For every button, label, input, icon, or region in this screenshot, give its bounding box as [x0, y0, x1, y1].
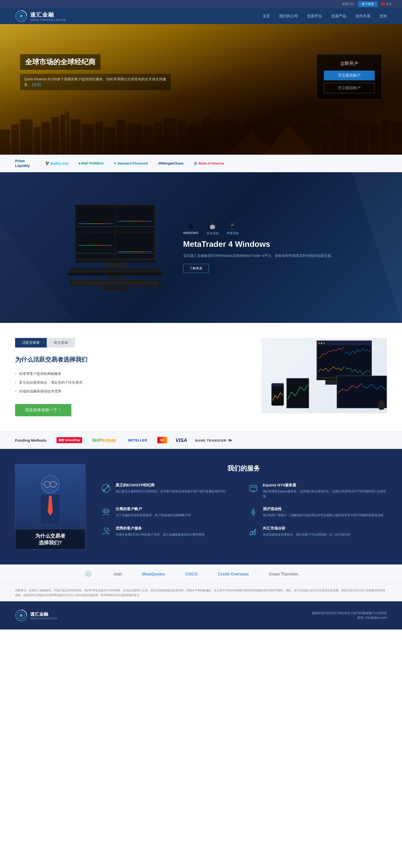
service-analysis: 外汇市场分析 凭优质服务提供商告诉，我们的客户可以获得独一无二的市场分析: [248, 526, 387, 537]
partner-1: 🌐: [83, 571, 93, 578]
svg-point-2: [20, 14, 23, 18]
open-real-account-button[interactable]: 开立真实账户: [324, 70, 375, 80]
partner-link[interactable]: 新客户们: [342, 2, 354, 6]
svg-rect-16: [117, 120, 125, 155]
apple-icon: 📱: [229, 222, 237, 230]
services-section: 为什么交易者 选择我们? 我们的服务 真正的ECN/STP经纪商 我们是无义者的…: [0, 449, 402, 564]
standard-chartered-logo: ✦ Standard Chartered: [114, 161, 148, 165]
svg-rect-19: [154, 122, 162, 155]
nav-products[interactable]: 交易产品: [331, 14, 346, 19]
service-equinix-name: Equinix NY4服务器: [263, 483, 387, 488]
chart-mini-2: [116, 206, 154, 232]
svg-rect-21: [177, 121, 186, 155]
svg-rect-17: [127, 123, 142, 155]
flag-icon: 🇨🇳: [381, 2, 385, 6]
service-analysis-name: 外汇市场分析: [263, 526, 350, 531]
footer-logo-cn: 速汇金融: [30, 611, 58, 617]
platform-android[interactable]: 🤖 安卓系统: [206, 222, 219, 236]
why-point-2: 多元化自股资组合，满足您的个性化需求: [15, 378, 241, 387]
device-tablet: [286, 378, 309, 408]
svg-rect-23: [202, 117, 212, 155]
service-liquidity-desc: 我们利用一级银行，以确保执行在处理任何可交易线上都具有竞争力和不间断的深度流动性: [263, 513, 383, 518]
footer-logo-en: QUICK FINANCE LIMITED: [30, 617, 58, 620]
analysis-icon: [248, 526, 259, 537]
svg-rect-4: [11, 125, 19, 155]
chart-line: [78, 223, 113, 224]
chart-line-2: [118, 221, 152, 221]
svg-rect-9: [60, 115, 65, 155]
language-selector[interactable]: 🇨🇳 中文: [381, 2, 392, 6]
fastpay-logo: fastfastpay: [90, 437, 118, 444]
svg-rect-38: [381, 120, 390, 155]
partner-intel: MetaQuotes: [142, 572, 165, 577]
footer: 速汇金融 QUICK FINANCE LIMITED 版权所有©QUICK FI…: [0, 601, 402, 629]
hero-desc-link[interactable]: [查看]: [32, 83, 41, 87]
nav-partners[interactable]: 合作关系: [355, 14, 370, 19]
services-right: 我们的服务 真正的ECN/STP经纪商 我们是无义者的经纪公司(NDD)。在与客…: [100, 464, 387, 537]
svg-rect-13: [82, 125, 94, 155]
liquidity-icon: [248, 507, 259, 518]
liquidity-bar: Prime Liquidity 🦅 BARCLAYS ■ BNP PARIBAS…: [0, 155, 402, 172]
payment-logos: 银联 UnionPay fastfastpay NETELLER MC VISA…: [57, 437, 232, 444]
service-equinix-desc: 我们部署在Equinix服务器，这是我们在位置(NY4)，伦敦(LD5)和东京(…: [263, 489, 387, 499]
platform-windows[interactable]: ⊞ WINDOWS: [183, 222, 199, 236]
svg-rect-34: [331, 118, 344, 155]
nav-home[interactable]: 主页: [263, 14, 270, 19]
photo-caption-line2: 选择我们?: [35, 539, 65, 546]
windows-icon: ⊞: [187, 222, 195, 230]
service-customer-desc: 市场开放周6天24小时的客户支持，速汇金融集团保持24/7服务网亚: [116, 532, 205, 537]
mt4-section: ⊞ WINDOWS 🤖 安卓系统 📱 苹果系统 MetaTrader 4 Win…: [0, 172, 402, 323]
person-silhouette-svg: [25, 472, 76, 534]
hero-tagline: 全球市场的全球经纪商: [20, 54, 100, 70]
logo-chinese: 速汇金融: [30, 11, 66, 19]
footer-contact: 邮箱: info@qflcm.com: [312, 616, 387, 620]
partner-credit: Grant Thornton: [269, 572, 298, 577]
services-inner: 为什么交易者 选择我们? 我们的服务 真正的ECN/STP经纪商 我们是无义者的…: [15, 464, 387, 549]
services-photo-image: 为什么交易者 选择我们?: [15, 464, 85, 549]
devices-image: [261, 338, 387, 413]
svg-rect-52: [250, 485, 257, 491]
svg-point-60: [252, 511, 255, 514]
footer-company: 版权所有©QUICK FINANCE LIMITED集团旗下公司所有: [312, 611, 387, 616]
platform-ios[interactable]: 📱 苹果系统: [227, 222, 239, 236]
chart-line-4: [118, 252, 152, 252]
svg-rect-7: [41, 122, 50, 155]
partners-bar: 🌐 intel MetaQuotes CISCO Credit Overseas…: [0, 564, 402, 584]
nav-platform[interactable]: 交易平台: [307, 14, 322, 19]
chart-mini-1: [76, 206, 115, 232]
platform-icons: ⊞ WINDOWS 🤖 安卓系统 📱 苹果系统: [183, 222, 335, 236]
svg-rect-11: [65, 110, 66, 117]
tab-active-traders[interactable]: 活跃交易者: [15, 338, 47, 347]
mouse-icon: [378, 401, 384, 410]
tab-new-traders[interactable]: 新交易者: [47, 338, 75, 347]
service-ecn: 真正的ECN/STP经纪商 我们是无义者的经纪公司(NDD)。在与客户的有任何利…: [100, 483, 240, 499]
service-analysis-desc: 凭优质服务提供商告诉，我们的客户可以获得独一无二的市场分析: [263, 532, 350, 537]
learn-more-button[interactable]: 了解更多: [183, 264, 209, 273]
svg-rect-20: [163, 118, 176, 155]
hero-section: 全球市场的全球经纪商 Quick Finance 向100多个国家的客户提供经纪…: [0, 24, 402, 155]
experience-button[interactable]: 现在就来体验一下！: [15, 404, 71, 416]
header: 速汇金融 QUICK FINANCE LIMITED 主页 我们的公司 交易平台…: [0, 8, 402, 24]
nav-about[interactable]: 我们的公司: [279, 14, 298, 19]
hero-cta-box: 立即开户 开立真实账户 开立模拟账户: [317, 54, 382, 99]
ecn-icon: [100, 483, 112, 494]
decorative-diamond: [352, 172, 402, 323]
service-customer: 优秀的客户服务 市场开放周6天24小时的客户支持，速汇金融集团保持24/7服务网…: [100, 526, 240, 537]
services-title: 我们的服务: [100, 464, 387, 473]
top-bar: 新客户们 客户登录 🇨🇳 中文: [0, 0, 402, 8]
mt4-inner: ⊞ WINDOWS 🤖 安卓系统 📱 苹果系统 MetaTrader 4 Win…: [67, 205, 335, 290]
login-button[interactable]: 客户登录: [358, 1, 377, 7]
funding-label: Funding Methods: [15, 438, 47, 442]
svg-point-51: [107, 485, 109, 487]
nav-support[interactable]: 支持: [379, 14, 387, 19]
mt4-screen-content: [76, 205, 155, 259]
svg-rect-5: [20, 120, 33, 155]
svg-point-69: [20, 614, 23, 617]
unionpay-logo: 银联 UnionPay: [57, 437, 82, 443]
partner-cisco: Credit Overseas: [218, 572, 249, 577]
bofa-logo: 🏦 Bank of America: [194, 161, 224, 165]
skyline-svg: [0, 104, 402, 155]
open-demo-account-button[interactable]: 开立模拟账户: [324, 83, 375, 93]
why-point-1: 给零售客户提供机构级服务: [15, 370, 241, 378]
svg-rect-15: [104, 127, 116, 155]
